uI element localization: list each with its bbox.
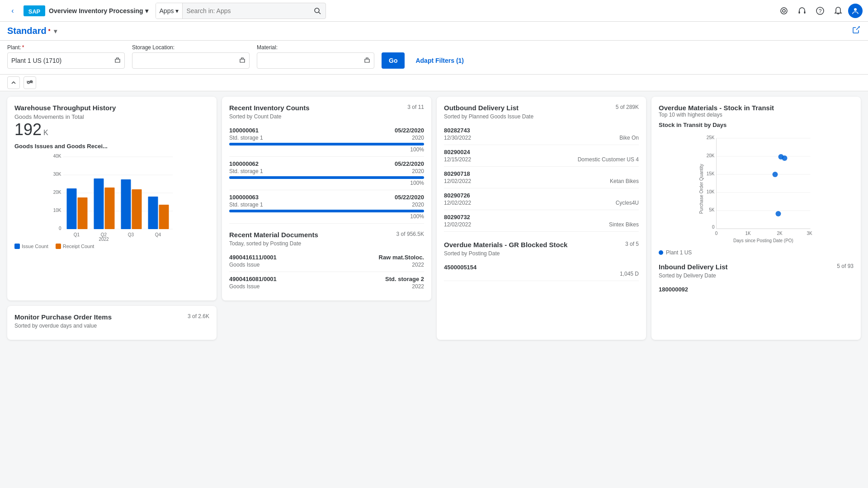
del-row2-3: 12/02/2022 Ketan Bikes <box>444 178 639 184</box>
mat-year-2: 2022 <box>412 283 424 290</box>
mat-year-1: 2022 <box>412 262 424 268</box>
del-id-5: 80290732 <box>444 214 639 221</box>
svg-text:0: 0 <box>59 226 61 231</box>
plant-input[interactable]: Plant 1 US (1710) <box>7 52 125 69</box>
del-date-1: 12/30/2022 <box>444 135 471 141</box>
svg-text:25K: 25K <box>707 135 715 140</box>
inbound-header: Inbound Delivery List 5 of 93 <box>659 263 854 271</box>
svg-rect-30 <box>105 188 115 229</box>
recent-material-section: Recent Material Documents 3 of 956.5K To… <box>229 231 424 293</box>
mat-id-2: 4900416081/0001 <box>229 276 277 282</box>
settings-icon[interactable] <box>776 3 792 19</box>
svg-text:3K: 3K <box>807 231 812 236</box>
inventory-counts-card: Recent Inventory Counts 3 of 11 Sorted b… <box>222 97 431 300</box>
svg-text:Days since Posting Date (PO): Days since Posting Date (PO) <box>733 238 793 243</box>
svg-text:2K: 2K <box>777 231 783 236</box>
apps-dropdown[interactable]: Apps ▾ <box>156 3 183 19</box>
scatter-dot-3 <box>773 172 778 177</box>
overdue-transit-title: Overdue Materials - Stock in Transit <box>659 104 854 112</box>
del-id-3: 80290718 <box>444 170 639 177</box>
del-date-4: 12/02/2022 <box>444 200 471 206</box>
mat-doc-2[interactable]: 4900416081/0001 Std. storage 2 Goods Iss… <box>229 272 424 293</box>
receipt-dot <box>56 244 61 249</box>
inv-row1-1: 100000061 05/22/2020 <box>229 127 424 134</box>
svg-text:20K: 20K <box>707 153 715 158</box>
delivery-item-4[interactable]: 80290726 12/02/2022 Cycles4U <box>444 188 639 210</box>
inv-progress-2 <box>229 176 424 179</box>
plant-filter: Plant: * Plant 1 US (1710) <box>7 44 125 69</box>
help-icon[interactable]: ? <box>812 3 828 19</box>
plant-expand-icon[interactable] <box>114 57 121 65</box>
inv-storage-3: Std. storage 1 <box>229 202 263 208</box>
delivery-item-3[interactable]: 80290718 12/02/2022 Ketan Bikes <box>444 167 639 188</box>
inv-progress-1 <box>229 143 424 145</box>
bar-chart-title: Goods Issues and Goods Recei... <box>14 143 209 150</box>
inv-year-2: 2020 <box>412 168 424 174</box>
share-icon[interactable] <box>852 27 861 36</box>
inbound-item-1[interactable]: 180000092 <box>659 282 854 296</box>
collapse-button[interactable] <box>7 76 20 89</box>
overdue-gr-count: 3 of 5 <box>625 241 639 247</box>
svg-text:5K: 5K <box>709 207 715 212</box>
inv-fill-1 <box>229 143 424 145</box>
storage-filter: Storage Location: <box>132 44 250 69</box>
storage-expand-icon[interactable] <box>239 57 245 65</box>
delivery-item-2[interactable]: 80290024 12/15/2022 Domestic Customer US… <box>444 145 639 167</box>
headset-icon[interactable] <box>794 3 810 19</box>
inv-pct-3: 100% <box>229 213 424 220</box>
svg-text:2022: 2022 <box>99 237 109 242</box>
mat-desc-1: Raw mat.Stoloc. <box>379 254 424 261</box>
chart-settings-icon[interactable] <box>24 76 36 89</box>
mat-doc-1[interactable]: 4900416111/0001 Raw mat.Stoloc. Goods Is… <box>229 250 424 272</box>
go-button[interactable]: Go <box>382 52 405 69</box>
plant-required: * <box>22 44 24 51</box>
svg-point-2 <box>315 8 319 13</box>
main-content: Warehouse Throughput History Goods Movem… <box>0 91 868 345</box>
storage-input[interactable] <box>132 52 250 69</box>
monitor-count: 3 of 2.6K <box>188 313 209 319</box>
search-input[interactable] <box>183 7 309 14</box>
overdue-gr-title-text: Overdue Materials - GR Blocked Stock <box>444 241 567 249</box>
back-button[interactable]: ‹ <box>5 4 20 18</box>
user-avatar[interactable] <box>848 4 863 18</box>
inbound-count: 5 of 93 <box>837 263 854 269</box>
apps-chevron: ▾ <box>175 7 179 14</box>
material-expand-icon[interactable] <box>364 57 370 65</box>
mat-id-1: 4900416111/0001 <box>229 254 277 261</box>
monitor-subtitle: Sorted by overdue days and value <box>14 323 209 329</box>
monitor-purchase-card: Monitor Purchase Order Items 3 of 2.6K S… <box>7 306 217 340</box>
transit-legend-label: Plant 1 US <box>666 249 692 256</box>
inventory-item-1[interactable]: 100000061 05/22/2020 Std. storage 1 2020… <box>229 123 424 157</box>
inventory-header: Recent Inventory Counts 3 of 11 <box>229 104 424 112</box>
adapt-filters-button[interactable]: Adapt Filters (1) <box>412 52 467 69</box>
chart-legend: Issue Count Receipt Count <box>14 244 209 249</box>
del-date-2: 12/15/2022 <box>444 156 471 163</box>
search-button[interactable] <box>309 3 326 19</box>
del-customer-2: Domestic Customer US 4 <box>578 156 639 163</box>
sap-logo[interactable]: SAP <box>24 4 45 18</box>
goods-label: Goods Movements in Total <box>14 113 209 120</box>
svg-text:?: ? <box>819 8 822 14</box>
gr-id-1: 4500005154 <box>444 264 639 271</box>
svg-rect-29 <box>94 178 104 229</box>
mat-type-2: Goods Issue <box>229 283 259 290</box>
inventory-item-2[interactable]: 100000062 05/22/2020 Std. storage 1 2020… <box>229 157 424 190</box>
transit-legend: Plant 1 US <box>659 249 854 256</box>
inventory-item-3[interactable]: 100000063 05/22/2020 Std. storage 1 2020… <box>229 190 424 224</box>
material-input[interactable] <box>257 52 374 69</box>
material-count: 3 of 956.5K <box>396 231 424 237</box>
svg-text:30K: 30K <box>53 172 61 177</box>
delivery-item-5[interactable]: 80290732 12/02/2022 Sintex Bikes <box>444 210 639 232</box>
outbound-subtitle: Sorted by Planned Goods Issue Date <box>444 113 639 120</box>
inventory-subtitle: Sorted by Count Date <box>229 113 424 120</box>
breadcrumb[interactable]: Overview Inventory Processing ▾ <box>49 7 148 14</box>
goods-total: 192 K <box>14 120 209 139</box>
svg-rect-6 <box>799 11 800 14</box>
inv-year-3: 2020 <box>412 202 424 208</box>
notifications-icon[interactable] <box>830 3 846 19</box>
svg-rect-32 <box>132 189 142 229</box>
delivery-item-1[interactable]: 80282743 12/30/2022 Bike On <box>444 123 639 145</box>
del-row2-4: 12/02/2022 Cycles4U <box>444 200 639 206</box>
gr-item-1[interactable]: 4500005154 1,045 D <box>444 260 639 281</box>
view-caret[interactable]: ▾ <box>54 28 57 35</box>
